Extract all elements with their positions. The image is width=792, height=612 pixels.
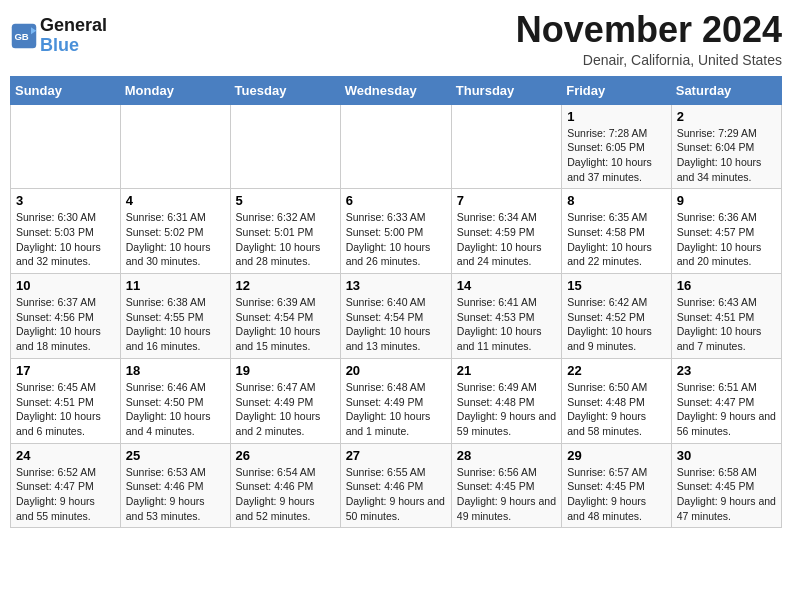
- weekday-header: Monday: [120, 76, 230, 104]
- calendar-cell: 8Sunrise: 6:35 AM Sunset: 4:58 PM Daylig…: [562, 189, 672, 274]
- day-info: Sunrise: 6:55 AM Sunset: 4:46 PM Dayligh…: [346, 465, 446, 524]
- day-number: 24: [16, 448, 115, 463]
- calendar-cell: 11Sunrise: 6:38 AM Sunset: 4:55 PM Dayli…: [120, 274, 230, 359]
- day-number: 19: [236, 363, 335, 378]
- calendar-cell: 15Sunrise: 6:42 AM Sunset: 4:52 PM Dayli…: [562, 274, 672, 359]
- calendar-cell: 26Sunrise: 6:54 AM Sunset: 4:46 PM Dayli…: [230, 443, 340, 528]
- day-number: 16: [677, 278, 776, 293]
- day-number: 6: [346, 193, 446, 208]
- day-number: 15: [567, 278, 666, 293]
- day-info: Sunrise: 6:40 AM Sunset: 4:54 PM Dayligh…: [346, 295, 446, 354]
- month-title: November 2024: [516, 10, 782, 50]
- day-info: Sunrise: 6:41 AM Sunset: 4:53 PM Dayligh…: [457, 295, 556, 354]
- day-info: Sunrise: 6:30 AM Sunset: 5:03 PM Dayligh…: [16, 210, 115, 269]
- calendar-cell: 4Sunrise: 6:31 AM Sunset: 5:02 PM Daylig…: [120, 189, 230, 274]
- day-number: 29: [567, 448, 666, 463]
- calendar-cell: 2Sunrise: 7:29 AM Sunset: 6:04 PM Daylig…: [671, 104, 781, 189]
- day-info: Sunrise: 6:47 AM Sunset: 4:49 PM Dayligh…: [236, 380, 335, 439]
- logo-icon: GB: [10, 22, 38, 50]
- calendar-cell: 25Sunrise: 6:53 AM Sunset: 4:46 PM Dayli…: [120, 443, 230, 528]
- calendar-header-row: SundayMondayTuesdayWednesdayThursdayFrid…: [11, 76, 782, 104]
- day-info: Sunrise: 6:57 AM Sunset: 4:45 PM Dayligh…: [567, 465, 666, 524]
- day-number: 8: [567, 193, 666, 208]
- calendar-table: SundayMondayTuesdayWednesdayThursdayFrid…: [10, 76, 782, 529]
- calendar-cell: 14Sunrise: 6:41 AM Sunset: 4:53 PM Dayli…: [451, 274, 561, 359]
- calendar-cell: 29Sunrise: 6:57 AM Sunset: 4:45 PM Dayli…: [562, 443, 672, 528]
- calendar-cell: 28Sunrise: 6:56 AM Sunset: 4:45 PM Dayli…: [451, 443, 561, 528]
- day-number: 26: [236, 448, 335, 463]
- day-number: 11: [126, 278, 225, 293]
- calendar-cell: 12Sunrise: 6:39 AM Sunset: 4:54 PM Dayli…: [230, 274, 340, 359]
- day-number: 10: [16, 278, 115, 293]
- calendar-cell: 6Sunrise: 6:33 AM Sunset: 5:00 PM Daylig…: [340, 189, 451, 274]
- weekday-header: Sunday: [11, 76, 121, 104]
- day-number: 4: [126, 193, 225, 208]
- day-number: 5: [236, 193, 335, 208]
- day-info: Sunrise: 6:45 AM Sunset: 4:51 PM Dayligh…: [16, 380, 115, 439]
- day-info: Sunrise: 6:39 AM Sunset: 4:54 PM Dayligh…: [236, 295, 335, 354]
- day-info: Sunrise: 6:37 AM Sunset: 4:56 PM Dayligh…: [16, 295, 115, 354]
- header: GB GeneralBlue November 2024 Denair, Cal…: [10, 10, 782, 68]
- day-info: Sunrise: 6:34 AM Sunset: 4:59 PM Dayligh…: [457, 210, 556, 269]
- calendar-cell: 5Sunrise: 6:32 AM Sunset: 5:01 PM Daylig…: [230, 189, 340, 274]
- day-number: 17: [16, 363, 115, 378]
- weekday-header: Friday: [562, 76, 672, 104]
- calendar-cell: 20Sunrise: 6:48 AM Sunset: 4:49 PM Dayli…: [340, 358, 451, 443]
- calendar-cell: 27Sunrise: 6:55 AM Sunset: 4:46 PM Dayli…: [340, 443, 451, 528]
- calendar-cell: [120, 104, 230, 189]
- day-info: Sunrise: 7:28 AM Sunset: 6:05 PM Dayligh…: [567, 126, 666, 185]
- calendar-cell: [451, 104, 561, 189]
- calendar-cell: [340, 104, 451, 189]
- day-number: 27: [346, 448, 446, 463]
- logo-text: GeneralBlue: [40, 16, 107, 56]
- day-info: Sunrise: 6:48 AM Sunset: 4:49 PM Dayligh…: [346, 380, 446, 439]
- weekday-header: Tuesday: [230, 76, 340, 104]
- day-info: Sunrise: 6:36 AM Sunset: 4:57 PM Dayligh…: [677, 210, 776, 269]
- day-number: 3: [16, 193, 115, 208]
- calendar-week-row: 1Sunrise: 7:28 AM Sunset: 6:05 PM Daylig…: [11, 104, 782, 189]
- day-info: Sunrise: 6:32 AM Sunset: 5:01 PM Dayligh…: [236, 210, 335, 269]
- day-info: Sunrise: 6:58 AM Sunset: 4:45 PM Dayligh…: [677, 465, 776, 524]
- calendar-cell: 9Sunrise: 6:36 AM Sunset: 4:57 PM Daylig…: [671, 189, 781, 274]
- weekday-header: Wednesday: [340, 76, 451, 104]
- calendar-cell: 3Sunrise: 6:30 AM Sunset: 5:03 PM Daylig…: [11, 189, 121, 274]
- location-subtitle: Denair, California, United States: [516, 52, 782, 68]
- day-number: 23: [677, 363, 776, 378]
- calendar-week-row: 24Sunrise: 6:52 AM Sunset: 4:47 PM Dayli…: [11, 443, 782, 528]
- day-info: Sunrise: 6:53 AM Sunset: 4:46 PM Dayligh…: [126, 465, 225, 524]
- day-number: 1: [567, 109, 666, 124]
- calendar-week-row: 17Sunrise: 6:45 AM Sunset: 4:51 PM Dayli…: [11, 358, 782, 443]
- calendar-cell: 22Sunrise: 6:50 AM Sunset: 4:48 PM Dayli…: [562, 358, 672, 443]
- day-number: 30: [677, 448, 776, 463]
- day-info: Sunrise: 6:52 AM Sunset: 4:47 PM Dayligh…: [16, 465, 115, 524]
- day-number: 13: [346, 278, 446, 293]
- day-number: 25: [126, 448, 225, 463]
- calendar-cell: 21Sunrise: 6:49 AM Sunset: 4:48 PM Dayli…: [451, 358, 561, 443]
- day-number: 18: [126, 363, 225, 378]
- day-info: Sunrise: 6:51 AM Sunset: 4:47 PM Dayligh…: [677, 380, 776, 439]
- day-info: Sunrise: 6:38 AM Sunset: 4:55 PM Dayligh…: [126, 295, 225, 354]
- day-number: 22: [567, 363, 666, 378]
- calendar-cell: 1Sunrise: 7:28 AM Sunset: 6:05 PM Daylig…: [562, 104, 672, 189]
- calendar-cell: [11, 104, 121, 189]
- day-info: Sunrise: 6:33 AM Sunset: 5:00 PM Dayligh…: [346, 210, 446, 269]
- calendar-cell: [230, 104, 340, 189]
- day-info: Sunrise: 6:46 AM Sunset: 4:50 PM Dayligh…: [126, 380, 225, 439]
- day-info: Sunrise: 6:35 AM Sunset: 4:58 PM Dayligh…: [567, 210, 666, 269]
- title-area: November 2024 Denair, California, United…: [516, 10, 782, 68]
- calendar-cell: 7Sunrise: 6:34 AM Sunset: 4:59 PM Daylig…: [451, 189, 561, 274]
- day-info: Sunrise: 6:49 AM Sunset: 4:48 PM Dayligh…: [457, 380, 556, 439]
- day-info: Sunrise: 6:56 AM Sunset: 4:45 PM Dayligh…: [457, 465, 556, 524]
- calendar-cell: 30Sunrise: 6:58 AM Sunset: 4:45 PM Dayli…: [671, 443, 781, 528]
- calendar-body: 1Sunrise: 7:28 AM Sunset: 6:05 PM Daylig…: [11, 104, 782, 528]
- day-number: 2: [677, 109, 776, 124]
- day-info: Sunrise: 6:43 AM Sunset: 4:51 PM Dayligh…: [677, 295, 776, 354]
- day-number: 7: [457, 193, 556, 208]
- calendar-cell: 16Sunrise: 6:43 AM Sunset: 4:51 PM Dayli…: [671, 274, 781, 359]
- calendar-cell: 10Sunrise: 6:37 AM Sunset: 4:56 PM Dayli…: [11, 274, 121, 359]
- day-number: 21: [457, 363, 556, 378]
- day-number: 14: [457, 278, 556, 293]
- calendar-cell: 19Sunrise: 6:47 AM Sunset: 4:49 PM Dayli…: [230, 358, 340, 443]
- logo: GB GeneralBlue: [10, 16, 107, 56]
- day-info: Sunrise: 7:29 AM Sunset: 6:04 PM Dayligh…: [677, 126, 776, 185]
